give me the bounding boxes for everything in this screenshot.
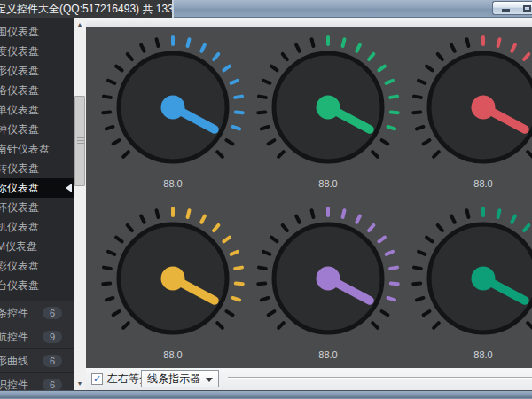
sidebar-item-10[interactable]: 机仪表盘 [0, 217, 74, 237]
sidebar-item-label: 你仪表盘 [0, 182, 39, 194]
count-badge: 6 [43, 355, 62, 367]
sidebar-item-5[interactable]: 钟仪表盘 [0, 120, 74, 139]
knob-value: 88.0 [146, 178, 200, 189]
count-badge: 9 [43, 331, 62, 343]
sidebar-item-4[interactable]: 单仪表盘 [0, 100, 74, 120]
sidebar-item-8[interactable]: 你仪表盘 [0, 178, 74, 198]
sidebar-list: 围仪表盘度仪表盘形仪表盘络仪表盘单仪表盘钟仪表盘南针仪表盘转仪表盘你仪表盘环仪表… [0, 18, 74, 295]
scrollbar-grip-icon [77, 137, 84, 145]
split-checkbox[interactable]: ✓ [91, 373, 103, 385]
sidebar-item-label: 南针仪表盘 [0, 143, 50, 155]
sidebar-item-label: 形仪表盘 [0, 65, 39, 77]
gauge-panel: 88.088.088.088.088.088.0 [86, 27, 532, 368]
bottom-bar: ✓ 左右等分 线条指示器 [86, 368, 532, 390]
sidebar-item-label: 单仪表盘 [0, 104, 39, 116]
knob-value: 88.0 [301, 178, 355, 189]
sidebar-group-2[interactable]: 形曲线6 [0, 349, 74, 373]
count-badge: 6 [43, 379, 62, 390]
maximize-button[interactable] [520, 1, 532, 15]
scroll-down-button[interactable]: ▼ [74, 377, 86, 390]
sidebar-item-1[interactable]: 度仪表盘 [0, 42, 74, 61]
knob-value: 88.0 [146, 349, 200, 360]
window-bottom-frame [0, 390, 532, 399]
sidebar-group-list: 条控件6航控件9形曲线6识控件6 [0, 301, 74, 390]
sidebar-item-label: 络仪表盘 [0, 84, 39, 97]
sidebar-item-label: M仪表盘 [0, 240, 37, 253]
sidebar-item-label: 彩仪表盘 [0, 260, 39, 272]
sidebar-group-label: 形曲线 [0, 349, 28, 373]
sidebar-item-label: 机仪表盘 [0, 221, 39, 233]
sidebar-item-3[interactable]: 络仪表盘 [0, 81, 74, 100]
sidebar-item-9[interactable]: 环仪表盘 [0, 198, 74, 217]
sidebar-group-label: 条控件 [0, 301, 28, 325]
maximize-icon [523, 5, 531, 12]
title-bar-glass [174, 0, 532, 18]
scrollbar-thumb[interactable] [74, 96, 85, 186]
client-top-strip [86, 18, 532, 27]
sidebar-item-label: 度仪表盘 [0, 45, 39, 58]
sidebar: 围仪表盘度仪表盘形仪表盘络仪表盘单仪表盘钟仪表盘南针仪表盘转仪表盘你仪表盘环仪表… [0, 18, 74, 390]
sidebar-item-2[interactable]: 形仪表盘 [0, 61, 74, 81]
sidebar-item-label: 台仪表盘 [0, 279, 39, 292]
knob-dial-blue[interactable] [98, 32, 248, 183]
sidebar-item-11[interactable]: M仪表盘 [0, 237, 74, 256]
sidebar-group-0[interactable]: 条控件6 [0, 301, 74, 325]
knob-dial-purple[interactable] [253, 203, 403, 354]
selected-item-arrow-icon [66, 184, 72, 192]
sidebar-item-label: 钟仪表盘 [0, 123, 39, 136]
sidebar-item-6[interactable]: 南针仪表盘 [0, 139, 74, 159]
sidebar-item-7[interactable]: 转仪表盘 [0, 159, 74, 178]
sidebar-item-13[interactable]: 台仪表盘 [0, 276, 74, 295]
sidebar-item-label: 转仪表盘 [0, 162, 39, 175]
count-badge: 6 [43, 307, 62, 319]
window-title: 定义控件大全(QQ:517216493) 共 133 个控件 [0, 0, 174, 18]
knob-dial-red[interactable] [408, 32, 532, 183]
sidebar-scrollbar[interactable]: ▲ ▼ [74, 18, 86, 390]
sidebar-group-label: 识控件 [0, 373, 28, 390]
sidebar-item-label: 围仪表盘 [0, 26, 39, 38]
indicator-type-select[interactable]: 线条指示器 [141, 370, 219, 387]
knob-value: 88.0 [301, 349, 355, 360]
knob-dial-teal[interactable] [408, 203, 532, 354]
minimize-icon [502, 9, 510, 12]
title-bar: 定义控件大全(QQ:517216493) 共 133 个控件 [0, 0, 532, 18]
sidebar-item-label: 环仪表盘 [0, 201, 39, 214]
app-window: 定义控件大全(QQ:517216493) 共 133 个控件 围仪表盘度仪表盘形… [0, 0, 532, 399]
caption-buttons [492, 1, 532, 15]
sidebar-item-0[interactable]: 围仪表盘 [0, 22, 74, 42]
chevron-down-icon [206, 378, 213, 382]
minimize-button[interactable] [492, 1, 520, 15]
sidebar-group-1[interactable]: 航控件9 [0, 325, 74, 349]
indicator-type-value: 线条指示器 [147, 372, 200, 385]
sidebar-group-3[interactable]: 识控件6 [0, 373, 74, 390]
value-slider-track[interactable] [228, 377, 532, 379]
knob-dial-yellow[interactable] [98, 203, 248, 354]
scroll-up-button[interactable]: ▲ [74, 18, 86, 31]
sidebar-group-label: 航控件 [0, 325, 28, 349]
knob-value: 88.0 [457, 349, 510, 360]
knob-value: 88.0 [457, 178, 510, 189]
knob-dial-green[interactable] [253, 32, 403, 183]
sidebar-item-12[interactable]: 彩仪表盘 [0, 256, 74, 276]
